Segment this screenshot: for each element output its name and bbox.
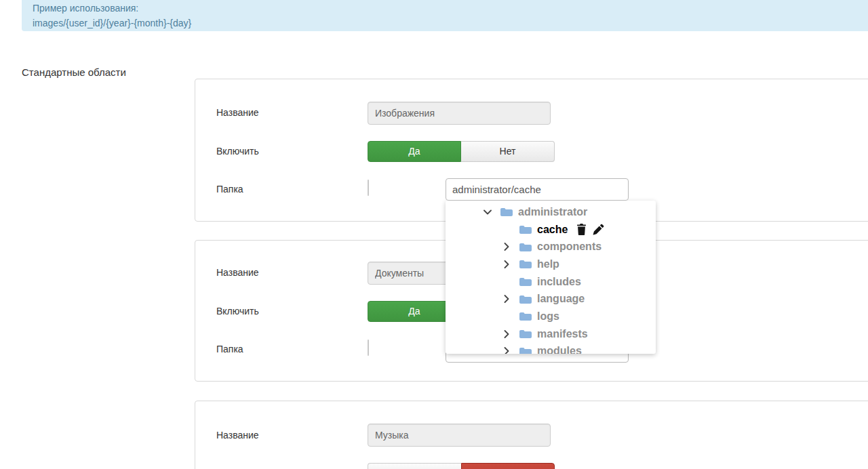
folder-input-images[interactable]: [446, 178, 629, 201]
tree-item-components[interactable]: components: [446, 238, 656, 256]
name-input: [368, 102, 551, 125]
tree-item-label: modules: [537, 345, 582, 354]
tree-item-label: help: [537, 258, 559, 270]
folder-icon: [519, 242, 532, 253]
alert-title: Пример использования:: [33, 1, 868, 16]
folder-icon: [519, 224, 532, 235]
usage-example-alert: Пример использования: images/{user_id}/{…: [22, 0, 868, 31]
tree-item-label: cache: [537, 224, 568, 236]
enable-label: Включить: [216, 146, 259, 157]
yes-button[interactable]: Да: [368, 141, 461, 162]
no-button[interactable]: Нет: [461, 463, 555, 469]
chevron-right-icon[interactable]: [500, 347, 513, 354]
folder-label: Папка: [216, 344, 243, 354]
alert-example-path: images/{user_id}/{year}-{month}-{day}: [33, 16, 868, 30]
tree-item-language[interactable]: language: [446, 290, 656, 308]
folder-icon: [519, 329, 532, 340]
media-area-panel-music: Название Включить Да Нет: [195, 401, 868, 469]
name-label: Название: [216, 267, 259, 278]
yes-button[interactable]: Да: [368, 463, 461, 469]
folder-icon: [519, 277, 532, 287]
name-input: [368, 424, 551, 447]
rename-folder-icon[interactable]: [593, 224, 604, 235]
name-label: Название: [216, 430, 259, 441]
enable-toggle: Да Нет: [368, 141, 555, 162]
tree-item-label: logs: [537, 310, 559, 323]
chevron-right-icon[interactable]: [500, 243, 513, 251]
tree-item-help[interactable]: help: [446, 256, 656, 273]
folder-input-left-border: [368, 180, 369, 196]
folder-icon: [519, 346, 532, 354]
folder-icon: [519, 259, 532, 270]
tree-item-includes[interactable]: includes: [446, 273, 656, 291]
folder-label: Папка: [216, 184, 243, 195]
tree-item-modules[interactable]: modules: [446, 343, 656, 354]
chevron-down-icon[interactable]: [481, 209, 494, 215]
enable-toggle: Да Нет: [368, 463, 555, 469]
tree-item-label: manifests: [537, 328, 588, 340]
section-title: Стандартные области: [22, 66, 126, 78]
no-button[interactable]: Нет: [461, 141, 555, 162]
folder-icon: [519, 294, 532, 305]
name-label: Название: [216, 107, 259, 118]
tree-item-label: components: [537, 241, 601, 253]
tree-item-label: includes: [537, 276, 581, 288]
folder-icon: [519, 311, 532, 322]
chevron-right-icon[interactable]: [500, 260, 513, 268]
delete-folder-icon[interactable]: [576, 224, 587, 235]
tree-item-label: language: [537, 293, 585, 305]
enable-label: Включить: [216, 306, 259, 317]
tree-item-logs[interactable]: logs: [446, 308, 656, 325]
chevron-right-icon[interactable]: [500, 330, 513, 338]
tree-item-cache[interactable]: cache: [446, 221, 656, 239]
tree-item-manifests[interactable]: manifests: [446, 325, 656, 343]
tree-item-administrator[interactable]: administrator: [446, 203, 656, 221]
folder-input-left-border: [368, 340, 369, 356]
folder-icon: [500, 207, 513, 218]
chevron-right-icon[interactable]: [500, 295, 513, 303]
tree-item-label: administrator: [518, 206, 587, 218]
folder-tree: administratorcachecomponentshelpincludes…: [446, 201, 656, 354]
